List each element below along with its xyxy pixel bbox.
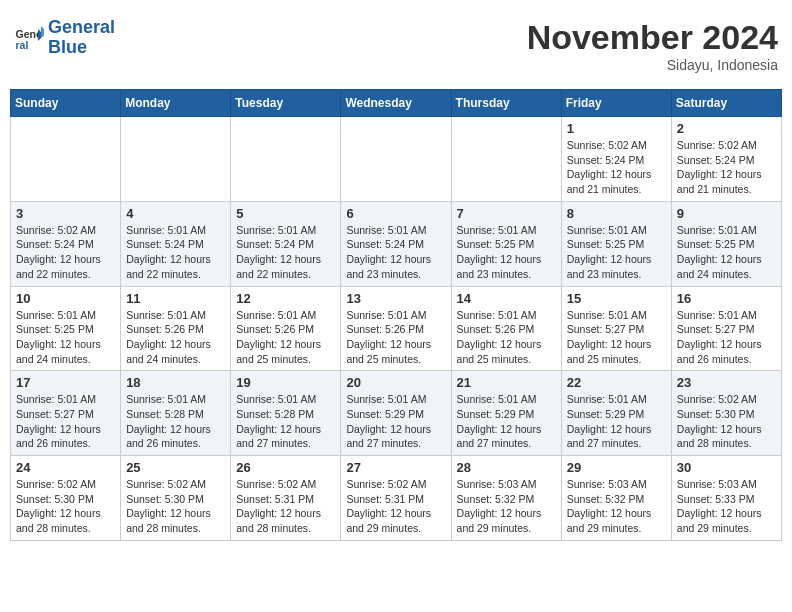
calendar-cell: 1Sunrise: 5:02 AM Sunset: 5:24 PM Daylig… [561, 117, 671, 202]
calendar-cell: 3Sunrise: 5:02 AM Sunset: 5:24 PM Daylig… [11, 201, 121, 286]
day-number: 24 [16, 460, 115, 475]
day-number: 22 [567, 375, 666, 390]
day-number: 9 [677, 206, 776, 221]
calendar-cell: 16Sunrise: 5:01 AM Sunset: 5:27 PM Dayli… [671, 286, 781, 371]
day-info: Sunrise: 5:01 AM Sunset: 5:25 PM Dayligh… [16, 308, 115, 367]
calendar-cell: 30Sunrise: 5:03 AM Sunset: 5:33 PM Dayli… [671, 456, 781, 541]
month-title: November 2024 [527, 18, 778, 57]
calendar-cell: 21Sunrise: 5:01 AM Sunset: 5:29 PM Dayli… [451, 371, 561, 456]
day-info: Sunrise: 5:01 AM Sunset: 5:24 PM Dayligh… [126, 223, 225, 282]
day-info: Sunrise: 5:01 AM Sunset: 5:27 PM Dayligh… [16, 392, 115, 451]
weekday-header-saturday: Saturday [671, 90, 781, 117]
day-number: 30 [677, 460, 776, 475]
weekday-header-thursday: Thursday [451, 90, 561, 117]
day-info: Sunrise: 5:02 AM Sunset: 5:30 PM Dayligh… [16, 477, 115, 536]
day-info: Sunrise: 5:02 AM Sunset: 5:31 PM Dayligh… [236, 477, 335, 536]
weekday-header-tuesday: Tuesday [231, 90, 341, 117]
weekday-header-wednesday: Wednesday [341, 90, 451, 117]
day-info: Sunrise: 5:02 AM Sunset: 5:30 PM Dayligh… [126, 477, 225, 536]
day-info: Sunrise: 5:03 AM Sunset: 5:32 PM Dayligh… [567, 477, 666, 536]
calendar-cell: 27Sunrise: 5:02 AM Sunset: 5:31 PM Dayli… [341, 456, 451, 541]
day-number: 7 [457, 206, 556, 221]
day-number: 12 [236, 291, 335, 306]
day-number: 21 [457, 375, 556, 390]
day-number: 11 [126, 291, 225, 306]
day-number: 5 [236, 206, 335, 221]
calendar-cell [451, 117, 561, 202]
calendar-cell: 25Sunrise: 5:02 AM Sunset: 5:30 PM Dayli… [121, 456, 231, 541]
logo: Gene ral General Blue [14, 18, 115, 58]
day-number: 10 [16, 291, 115, 306]
svg-marker-3 [41, 26, 44, 38]
day-info: Sunrise: 5:02 AM Sunset: 5:24 PM Dayligh… [677, 138, 776, 197]
day-info: Sunrise: 5:01 AM Sunset: 5:27 PM Dayligh… [567, 308, 666, 367]
week-row-1: 1Sunrise: 5:02 AM Sunset: 5:24 PM Daylig… [11, 117, 782, 202]
week-row-5: 24Sunrise: 5:02 AM Sunset: 5:30 PM Dayli… [11, 456, 782, 541]
day-info: Sunrise: 5:01 AM Sunset: 5:28 PM Dayligh… [236, 392, 335, 451]
day-info: Sunrise: 5:03 AM Sunset: 5:32 PM Dayligh… [457, 477, 556, 536]
day-number: 2 [677, 121, 776, 136]
day-info: Sunrise: 5:01 AM Sunset: 5:29 PM Dayligh… [457, 392, 556, 451]
day-info: Sunrise: 5:02 AM Sunset: 5:24 PM Dayligh… [567, 138, 666, 197]
calendar-cell: 7Sunrise: 5:01 AM Sunset: 5:25 PM Daylig… [451, 201, 561, 286]
svg-text:ral: ral [16, 38, 29, 50]
calendar-cell: 4Sunrise: 5:01 AM Sunset: 5:24 PM Daylig… [121, 201, 231, 286]
day-info: Sunrise: 5:01 AM Sunset: 5:24 PM Dayligh… [346, 223, 445, 282]
day-info: Sunrise: 5:02 AM Sunset: 5:31 PM Dayligh… [346, 477, 445, 536]
calendar-cell: 26Sunrise: 5:02 AM Sunset: 5:31 PM Dayli… [231, 456, 341, 541]
calendar-cell: 5Sunrise: 5:01 AM Sunset: 5:24 PM Daylig… [231, 201, 341, 286]
calendar-cell: 22Sunrise: 5:01 AM Sunset: 5:29 PM Dayli… [561, 371, 671, 456]
day-info: Sunrise: 5:01 AM Sunset: 5:26 PM Dayligh… [126, 308, 225, 367]
location: Sidayu, Indonesia [527, 57, 778, 73]
weekday-header-monday: Monday [121, 90, 231, 117]
day-number: 29 [567, 460, 666, 475]
calendar-table: SundayMondayTuesdayWednesdayThursdayFrid… [10, 89, 782, 541]
day-info: Sunrise: 5:02 AM Sunset: 5:24 PM Dayligh… [16, 223, 115, 282]
calendar-cell [121, 117, 231, 202]
day-number: 18 [126, 375, 225, 390]
calendar-cell: 18Sunrise: 5:01 AM Sunset: 5:28 PM Dayli… [121, 371, 231, 456]
title-block: November 2024 Sidayu, Indonesia [527, 18, 778, 73]
day-number: 14 [457, 291, 556, 306]
calendar-cell: 8Sunrise: 5:01 AM Sunset: 5:25 PM Daylig… [561, 201, 671, 286]
calendar-cell: 23Sunrise: 5:02 AM Sunset: 5:30 PM Dayli… [671, 371, 781, 456]
calendar-cell: 28Sunrise: 5:03 AM Sunset: 5:32 PM Dayli… [451, 456, 561, 541]
day-number: 23 [677, 375, 776, 390]
calendar-cell: 19Sunrise: 5:01 AM Sunset: 5:28 PM Dayli… [231, 371, 341, 456]
day-info: Sunrise: 5:01 AM Sunset: 5:25 PM Dayligh… [677, 223, 776, 282]
day-number: 6 [346, 206, 445, 221]
day-number: 8 [567, 206, 666, 221]
day-info: Sunrise: 5:01 AM Sunset: 5:27 PM Dayligh… [677, 308, 776, 367]
week-row-4: 17Sunrise: 5:01 AM Sunset: 5:27 PM Dayli… [11, 371, 782, 456]
day-info: Sunrise: 5:01 AM Sunset: 5:29 PM Dayligh… [346, 392, 445, 451]
calendar-cell: 20Sunrise: 5:01 AM Sunset: 5:29 PM Dayli… [341, 371, 451, 456]
calendar-cell: 17Sunrise: 5:01 AM Sunset: 5:27 PM Dayli… [11, 371, 121, 456]
day-info: Sunrise: 5:01 AM Sunset: 5:25 PM Dayligh… [457, 223, 556, 282]
calendar-cell [11, 117, 121, 202]
logo-icon: Gene ral [14, 23, 44, 53]
day-info: Sunrise: 5:01 AM Sunset: 5:26 PM Dayligh… [457, 308, 556, 367]
weekday-header-friday: Friday [561, 90, 671, 117]
day-info: Sunrise: 5:01 AM Sunset: 5:28 PM Dayligh… [126, 392, 225, 451]
calendar-cell: 10Sunrise: 5:01 AM Sunset: 5:25 PM Dayli… [11, 286, 121, 371]
day-number: 25 [126, 460, 225, 475]
day-number: 20 [346, 375, 445, 390]
day-number: 4 [126, 206, 225, 221]
calendar-cell: 6Sunrise: 5:01 AM Sunset: 5:24 PM Daylig… [341, 201, 451, 286]
day-info: Sunrise: 5:01 AM Sunset: 5:26 PM Dayligh… [236, 308, 335, 367]
day-number: 27 [346, 460, 445, 475]
calendar-cell: 11Sunrise: 5:01 AM Sunset: 5:26 PM Dayli… [121, 286, 231, 371]
calendar-cell: 15Sunrise: 5:01 AM Sunset: 5:27 PM Dayli… [561, 286, 671, 371]
calendar-cell: 14Sunrise: 5:01 AM Sunset: 5:26 PM Dayli… [451, 286, 561, 371]
day-number: 15 [567, 291, 666, 306]
calendar-cell: 24Sunrise: 5:02 AM Sunset: 5:30 PM Dayli… [11, 456, 121, 541]
week-row-3: 10Sunrise: 5:01 AM Sunset: 5:25 PM Dayli… [11, 286, 782, 371]
day-number: 26 [236, 460, 335, 475]
calendar-cell [231, 117, 341, 202]
logo-line1: General [48, 17, 115, 37]
day-number: 28 [457, 460, 556, 475]
calendar-cell [341, 117, 451, 202]
day-number: 13 [346, 291, 445, 306]
weekday-header-row: SundayMondayTuesdayWednesdayThursdayFrid… [11, 90, 782, 117]
calendar-cell: 2Sunrise: 5:02 AM Sunset: 5:24 PM Daylig… [671, 117, 781, 202]
